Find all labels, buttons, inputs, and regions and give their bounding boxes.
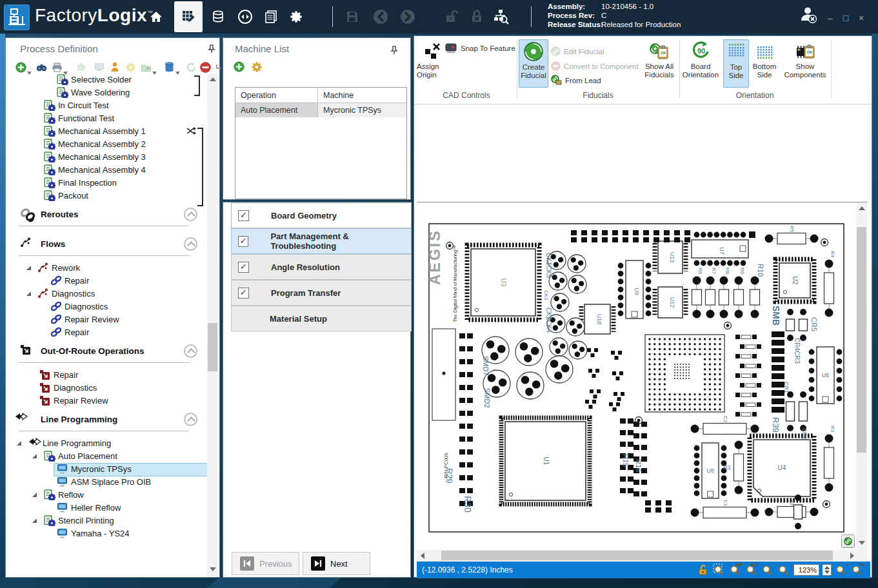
scroll-thumb[interactable] xyxy=(208,323,217,371)
scroll-down-arrow[interactable] xyxy=(859,541,865,545)
stop-icon[interactable] xyxy=(199,61,211,73)
print-icon[interactable] xyxy=(51,61,63,73)
process-search-icon[interactable] xyxy=(489,5,512,28)
scroll-left-arrow[interactable] xyxy=(421,553,424,559)
settings-icon[interactable] xyxy=(284,5,308,28)
tree-item-repair[interactable]: Repair xyxy=(6,275,206,288)
scroll-up-arrow[interactable] xyxy=(210,77,216,81)
tree-item-repair-review[interactable]: Repair Review xyxy=(6,395,206,407)
tree-item-mycronic-tpsys[interactable]: Mycronic TPSys xyxy=(6,463,206,476)
section-header-flows[interactable]: Flows xyxy=(6,237,206,253)
machine-settings-icon[interactable] xyxy=(251,61,263,75)
tree-expander[interactable] xyxy=(32,454,37,458)
step-material-setup[interactable]: Material Setup xyxy=(231,306,412,331)
fiducial-quick-button[interactable] xyxy=(841,534,855,548)
tree-item-diagnostics[interactable]: Diagnostics xyxy=(6,300,206,313)
step-checkbox[interactable]: ✓ xyxy=(238,288,249,299)
zoom-out-icon[interactable]: - xyxy=(777,564,790,576)
scroll-thumb[interactable] xyxy=(441,551,833,560)
step-board-geometry[interactable]: ✓Board Geometry xyxy=(231,202,412,228)
tree-item-diagnostics[interactable]: Diagnostics xyxy=(6,288,206,300)
user-session-icon[interactable] xyxy=(799,5,818,27)
tree-item-wave-soldering[interactable]: Wave Soldering xyxy=(6,86,206,99)
add-machine-icon[interactable] xyxy=(234,61,244,75)
appgrid-icon[interactable] xyxy=(174,1,203,32)
column-header[interactable]: Operation xyxy=(235,91,317,100)
close-button[interactable]: × xyxy=(854,13,868,23)
step-checkbox[interactable]: ✓ xyxy=(238,262,249,273)
tree-item-stencil-printing[interactable]: Stencil Printing xyxy=(6,514,206,527)
canvas-vscrollbar[interactable] xyxy=(856,202,867,550)
tree-item-asm-siplace-pro-oib[interactable]: ASM Siplace Pro OIB xyxy=(6,476,206,489)
zoom-out-2x-icon[interactable]: -- xyxy=(761,564,774,576)
zoom-in-2x-icon[interactable]: ++ xyxy=(851,564,864,576)
tree-item-mechanical-assembly-3[interactable]: Mechanical Assembly 3 xyxy=(6,151,206,164)
tree-item-mechanical-assembly-2[interactable]: Mechanical Assembly 2 xyxy=(6,138,206,151)
tree-item-final-inspection[interactable]: Final Inspection xyxy=(6,177,206,190)
zoom-100-icon[interactable]: 100 xyxy=(729,564,742,576)
tree-item-repair[interactable]: Repair xyxy=(6,326,206,339)
assign-origin-button[interactable]: Assign Origin xyxy=(417,39,446,88)
snap-to-feature-button[interactable]: Snap To Feature xyxy=(445,42,515,55)
maximize-button[interactable]: □ xyxy=(839,13,853,23)
from-lead-button[interactable]: From Lead xyxy=(551,74,601,87)
zoom-spinner[interactable] xyxy=(823,564,832,576)
step-part-management-troubleshooting[interactable]: ✓Part Management & Troubleshooting xyxy=(231,228,412,254)
scroll-thumb[interactable] xyxy=(857,227,866,453)
tree-item-yamaha-ys24[interactable]: Yamaha - YS24 xyxy=(6,527,206,540)
pcb-canvas[interactable]: U3U1U2U4U13U12U10U9U6U8U7R6R7R8R9R10R4R3… xyxy=(418,202,854,549)
zoom-value-input[interactable]: 123% xyxy=(793,564,819,576)
search-icon[interactable] xyxy=(35,61,47,73)
tree-scrollbar[interactable] xyxy=(207,74,218,576)
tree-item-mechanical-assembly-4[interactable]: Mechanical Assembly 4 xyxy=(6,164,206,177)
tree-item-mechanical-assembly-1[interactable]: Mechanical Assembly 1 xyxy=(6,125,206,138)
tree-item-selective-solder[interactable]: Selective Solder xyxy=(6,74,206,86)
home-icon[interactable] xyxy=(145,5,168,28)
pan-lock-icon[interactable] xyxy=(697,564,710,576)
documents-icon[interactable] xyxy=(259,5,283,28)
collapse-section-icon[interactable] xyxy=(184,208,197,221)
scroll-down-arrow[interactable] xyxy=(210,567,216,571)
collapse-section-icon[interactable] xyxy=(184,237,197,251)
notify-icon[interactable] xyxy=(109,61,121,73)
database-icon[interactable] xyxy=(163,61,175,73)
canvas-hscrollbar[interactable] xyxy=(417,550,867,561)
machine-table[interactable]: OperationMachineAuto PlacementMycronic T… xyxy=(235,87,407,199)
scroll-right-arrow[interactable] xyxy=(850,553,854,559)
section-header-out-of-route-operations[interactable]: Out-Of-Route Operations xyxy=(6,344,206,360)
collapse-section-icon[interactable] xyxy=(184,413,197,426)
table-row[interactable]: Auto PlacementMycronic TPSys xyxy=(235,103,406,117)
tree-item-diagnostics[interactable]: Diagnostics xyxy=(6,382,206,395)
tree-expander[interactable] xyxy=(32,518,37,523)
minimize-button[interactable]: – xyxy=(823,13,837,23)
show-all-fiducials-button[interactable]: OKShow All Fiducials xyxy=(641,39,677,88)
section-header-reroutes[interactable]: Reroutes xyxy=(6,208,206,223)
tree-item-functional-test[interactable]: Functional Test xyxy=(6,112,206,125)
tree-item-auto-placement[interactable]: Auto Placement xyxy=(6,450,206,463)
step-program-transfer[interactable]: ✓Program Transfer xyxy=(231,280,412,306)
create-fiducial-button[interactable]: Create Fiducial xyxy=(519,39,548,88)
tree-item-reflow[interactable]: Reflow xyxy=(6,489,206,502)
tree-item-line-programming[interactable]: Line Programming xyxy=(6,437,206,450)
tree-item-repair-review[interactable]: Repair Review xyxy=(6,313,206,326)
pin-icon[interactable] xyxy=(207,44,216,56)
board-orientation-button[interactable]: 90Board Orientation xyxy=(681,39,721,88)
tree-expander[interactable] xyxy=(32,493,37,497)
show-components-button[interactable]: OKShow Components xyxy=(781,39,830,88)
tree-item-heller-reflow[interactable]: Heller Reflow xyxy=(6,502,206,514)
pin-icon[interactable] xyxy=(390,46,399,57)
tree-expander[interactable] xyxy=(17,441,21,446)
tree-expander[interactable] xyxy=(26,266,31,270)
column-header[interactable]: Machine xyxy=(317,88,406,103)
scroll-up-arrow[interactable] xyxy=(859,206,865,210)
collapse-section-icon[interactable] xyxy=(184,344,197,358)
step-angle-resolution[interactable]: ✓Angle Resolution xyxy=(231,254,412,280)
tree-item-packout[interactable]: Packout xyxy=(6,190,206,202)
tree-expander[interactable] xyxy=(26,291,31,296)
zoom-all-icon[interactable]: ALL xyxy=(745,564,758,576)
zoom-in-icon[interactable]: + xyxy=(835,564,848,576)
step-checkbox[interactable]: ✓ xyxy=(238,210,249,221)
tree-item-rework[interactable]: Rework xyxy=(6,262,206,275)
database-icon[interactable] xyxy=(206,5,230,28)
step-checkbox[interactable]: ✓ xyxy=(238,236,248,247)
